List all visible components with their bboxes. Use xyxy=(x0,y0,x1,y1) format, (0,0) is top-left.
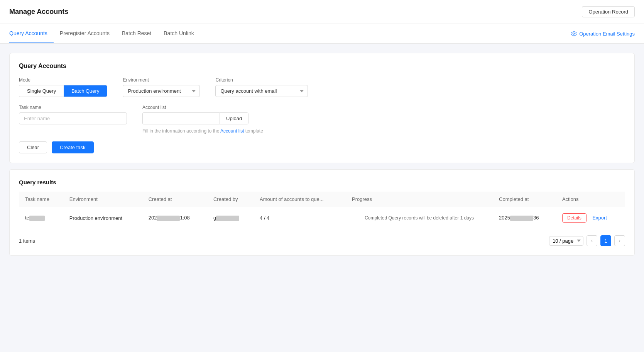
col-task-name: Task name xyxy=(19,192,63,207)
task-name-label: Task name xyxy=(19,105,127,110)
page-title: Manage Accounts xyxy=(9,8,68,16)
table-row: te Production environment 202 1:08 g 4 /… xyxy=(19,207,625,229)
operation-record-button[interactable]: Operation Record xyxy=(582,6,635,17)
results-table: Task name Environment Created at Created… xyxy=(19,192,625,229)
main-content: Query Accounts Mode Single Query Batch Q… xyxy=(0,44,644,271)
task-name-input[interactable] xyxy=(19,112,127,124)
form-row-2: Task name Account list Upload Fill in th… xyxy=(19,105,625,134)
file-input[interactable] xyxy=(142,112,220,124)
single-query-btn[interactable]: Single Query xyxy=(19,85,64,97)
cell-progress: Completed Query records will be deleted … xyxy=(346,207,493,229)
mode-group: Mode Single Query Batch Query xyxy=(19,77,107,97)
cell-completed-at: 2025 36 xyxy=(493,207,556,229)
tab-preregister-accounts[interactable]: Preregister Accounts xyxy=(54,24,116,43)
account-list-group: Account list Upload Fill in the informat… xyxy=(142,105,263,134)
col-created-by: Created by xyxy=(207,192,254,207)
account-list-template-link[interactable]: Account list xyxy=(220,128,244,134)
cell-created-by: g xyxy=(207,207,254,229)
environment-select[interactable]: Production environment Staging environme… xyxy=(123,85,200,97)
batch-query-btn[interactable]: Batch Query xyxy=(64,85,107,97)
col-created-at: Created at xyxy=(142,192,207,207)
account-list-label: Account list xyxy=(142,105,263,110)
prev-page-button[interactable]: ‹ xyxy=(587,235,597,246)
environment-label: Environment xyxy=(123,77,200,83)
item-count: 1 items xyxy=(19,238,35,244)
redacted-task-name xyxy=(29,216,45,221)
criterion-label: Criterion xyxy=(215,77,308,83)
environment-group: Environment Production environment Stagi… xyxy=(123,77,200,97)
cell-environment: Production environment xyxy=(63,207,142,229)
pagination-row: 1 items 10 / page 20 / page 50 / page ‹ … xyxy=(19,229,625,246)
tab-query-accounts[interactable]: Query Accounts xyxy=(9,24,54,43)
cell-created-at: 202 1:08 xyxy=(142,207,207,229)
col-actions: Actions xyxy=(556,192,625,207)
hint-suffix: template xyxy=(245,128,263,134)
hint-text: Fill in the information according to the… xyxy=(142,128,263,134)
email-settings-label: Operation Email Settings xyxy=(579,31,635,37)
criterion-group: Criterion Query account with email Query… xyxy=(215,77,308,97)
cell-task-name: te xyxy=(19,207,63,229)
cell-amount: 4 / 4 xyxy=(254,207,346,229)
nav-tabs: Query Accounts Preregister Accounts Batc… xyxy=(0,24,644,44)
page-1-button[interactable]: 1 xyxy=(600,235,611,246)
results-table-body: te Production environment 202 1:08 g 4 /… xyxy=(19,207,625,229)
email-settings-link[interactable]: Operation Email Settings xyxy=(571,31,635,37)
results-title: Query results xyxy=(19,179,625,185)
tab-batch-unlink[interactable]: Batch Unlink xyxy=(157,24,200,43)
query-form-title: Query Accounts xyxy=(19,63,625,70)
redacted-completed-at xyxy=(510,216,533,221)
redacted-created-by xyxy=(216,216,239,221)
col-completed-at: Completed at xyxy=(493,192,556,207)
hint-prefix: Fill in the information according to the xyxy=(142,128,219,134)
clear-button[interactable]: Clear xyxy=(19,141,47,153)
col-amount: Amount of accounts to que... xyxy=(254,192,346,207)
col-environment: Environment xyxy=(63,192,142,207)
mode-selector: Single Query Batch Query xyxy=(19,85,107,97)
query-form-card: Query Accounts Mode Single Query Batch Q… xyxy=(9,53,635,163)
details-button[interactable]: Details xyxy=(562,213,587,223)
upload-button[interactable]: Upload xyxy=(220,112,248,124)
redacted-created-at xyxy=(157,216,180,221)
nav-tabs-left: Query Accounts Preregister Accounts Batc… xyxy=(9,24,200,43)
results-table-header: Task name Environment Created at Created… xyxy=(19,192,625,207)
progress-text: Completed Query records will be deleted … xyxy=(352,215,487,221)
file-input-group: Upload xyxy=(142,112,263,124)
gear-icon xyxy=(571,31,577,37)
mode-label: Mode xyxy=(19,77,107,83)
top-bar: Manage Accounts Operation Record xyxy=(0,0,644,24)
criterion-select[interactable]: Query account with email Query account w… xyxy=(215,85,308,97)
cell-actions: Details Export xyxy=(556,207,625,229)
next-page-button[interactable]: › xyxy=(614,235,625,246)
col-progress: Progress xyxy=(346,192,493,207)
action-row: Clear Create task xyxy=(19,141,625,153)
pagination-controls: 10 / page 20 / page 50 / page ‹ 1 › xyxy=(549,235,625,246)
task-name-group: Task name xyxy=(19,105,127,124)
export-button[interactable]: Export xyxy=(592,215,607,221)
query-results-card: Query results Task name Environment Crea… xyxy=(9,169,635,256)
per-page-select[interactable]: 10 / page 20 / page 50 / page xyxy=(549,236,583,246)
tab-batch-reset[interactable]: Batch Reset xyxy=(116,24,157,43)
create-task-button[interactable]: Create task xyxy=(52,141,93,153)
form-row-1: Mode Single Query Batch Query Environmen… xyxy=(19,77,625,97)
